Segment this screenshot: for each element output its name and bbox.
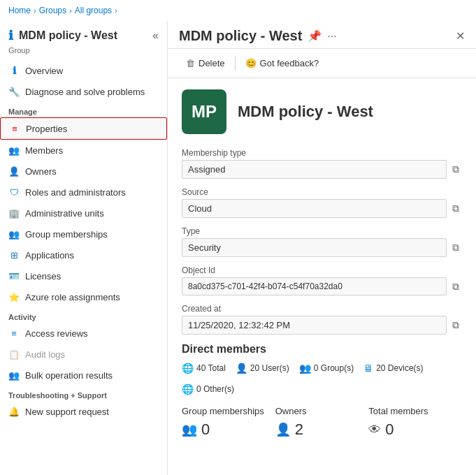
field-object-id-value: 8a0cd375-c701-42f4-b074-c54f70a32da0 [182, 277, 447, 295]
field-membership-type: Membership type Assigned ⧉ [182, 148, 462, 179]
dm-devices-icon: 🖥 [363, 363, 373, 374]
sidebar-overview-label: Overview [25, 66, 63, 76]
sidebar-item-owners[interactable]: 👤 Owners [0, 161, 167, 182]
field-membership-type-copy[interactable]: ⧉ [449, 162, 462, 177]
sidebar-group-memberships-label: Group memberships [25, 229, 108, 240]
dm-others: 🌐 0 Other(s) [182, 383, 234, 395]
dm-groups-label: 0 Group(s) [314, 363, 354, 373]
breadcrumb-sep-2: › [69, 6, 72, 15]
dm-devices: 🖥 20 Device(s) [363, 363, 423, 374]
stat-group-memberships: Group memberships 👥 0 [182, 406, 275, 439]
sidebar-item-audit-logs[interactable]: 📋 Audit logs [0, 344, 167, 365]
stat-group-memberships-label: Group memberships [182, 406, 275, 416]
field-created-at-value: 11/25/2020, 12:32:42 PM [182, 316, 447, 335]
sidebar-item-bulk-ops[interactable]: 👥 Bulk operation results [0, 365, 167, 386]
sidebar-applications-label: Applications [25, 250, 74, 261]
dm-users-icon: 👤 [236, 363, 247, 374]
breadcrumb-home[interactable]: Home [8, 6, 31, 15]
sidebar-licenses-label: Licenses [25, 271, 61, 282]
toolbar-divider [235, 57, 236, 71]
field-source-label: Source [182, 187, 462, 197]
feedback-icon: 😊 [245, 58, 257, 68]
sidebar-item-licenses[interactable]: 🪪 Licenses [0, 265, 167, 286]
dm-others-label: 0 Other(s) [196, 384, 234, 394]
sidebar-title: MDM policy - West [19, 29, 117, 42]
field-membership-type-label: Membership type [182, 148, 462, 158]
sidebar-item-group-memberships[interactable]: 👥 Group memberships [0, 224, 167, 244]
pin-btn[interactable]: 📌 [308, 29, 322, 43]
dots-btn[interactable]: ··· [327, 30, 336, 43]
sidebar-info-icon: ℹ [8, 28, 13, 43]
avatar-initials: MP [192, 102, 217, 122]
dm-groups-icon: 👥 [299, 363, 311, 374]
sidebar-item-diagnose[interactable]: 🔧 Diagnose and solve problems [0, 81, 167, 102]
sidebar-item-overview[interactable]: ℹ Overview [0, 60, 167, 81]
sidebar-section-activity: Activity [0, 307, 167, 323]
field-type: Type Security ⧉ [182, 226, 462, 257]
field-object-id-copy[interactable]: ⧉ [449, 279, 462, 294]
sidebar-roles-label: Roles and administrators [25, 187, 126, 198]
stat-owners-label: Owners [275, 406, 369, 416]
stat-owners-value: 2 [295, 421, 303, 439]
sidebar-bulk-ops-label: Bulk operation results [25, 370, 113, 381]
main-header: MDM policy - West 📌 ··· ✕ [168, 21, 476, 49]
bulk-icon: 👥 [8, 370, 20, 381]
breadcrumb: Home › Groups › All groups › [0, 0, 476, 21]
sidebar-item-members[interactable]: 👥 Members [0, 140, 167, 161]
feedback-button[interactable]: 😊 Got feedback? [238, 54, 326, 72]
field-created-at: Created at 11/25/2020, 12:32:42 PM ⧉ [182, 304, 462, 335]
field-created-at-copy[interactable]: ⧉ [449, 318, 462, 332]
support-icon: 🔔 [8, 406, 20, 417]
sidebar-audit-logs-label: Audit logs [25, 349, 65, 360]
sidebar-owners-label: Owners [25, 166, 57, 177]
group-icon: 👥 [8, 228, 20, 240]
delete-icon: 🗑 [186, 58, 195, 68]
sidebar-item-admin-units[interactable]: 🏢 Administrative units [0, 203, 167, 224]
field-source-value: Cloud [182, 199, 447, 218]
direct-members-row: 🌐 40 Total 👤 20 User(s) 👥 0 Group(s) 🖥 2… [182, 363, 462, 395]
main-content: MDM policy - West 📌 ··· ✕ 🗑 Delete 😊 Got… [168, 21, 476, 475]
breadcrumb-all-groups[interactable]: All groups [75, 6, 112, 15]
stat-owners-icon: 👤 [275, 422, 291, 437]
sidebar-item-azure-roles[interactable]: ⭐ Azure role assignments [0, 286, 167, 307]
wrench-icon: 🔧 [8, 86, 20, 97]
close-btn[interactable]: ✕ [456, 29, 465, 43]
stat-group-memberships-value: 0 [201, 421, 210, 439]
sidebar-item-support[interactable]: 🔔 New support request [0, 401, 167, 422]
sidebar-access-reviews-label: Access reviews [25, 328, 88, 339]
dm-total: 🌐 40 Total [182, 363, 226, 374]
field-object-id-label: Object Id [182, 265, 462, 275]
main-title: MDM policy - West [179, 28, 302, 44]
sidebar-item-properties[interactable]: ≡ Properties [0, 117, 167, 140]
shield-icon: 🛡 [8, 187, 20, 198]
sidebar-support-label: New support request [25, 407, 109, 417]
sidebar-item-applications[interactable]: ⊞ Applications [0, 244, 167, 265]
sidebar-subtitle: Group [0, 46, 167, 60]
dm-devices-label: 20 Device(s) [376, 363, 423, 373]
dm-total-label: 40 Total [196, 363, 226, 373]
stat-total-members-icon: 👁 [368, 423, 381, 437]
sidebar-properties-label: Properties [26, 124, 67, 134]
delete-label: Delete [199, 58, 225, 68]
sidebar-item-access-reviews[interactable]: ≡ Access reviews [0, 323, 167, 344]
info-icon: ℹ [8, 65, 20, 76]
stat-total-members: Total members 👁 0 [368, 406, 462, 439]
avatar: MP [182, 89, 226, 134]
license-icon: 🪪 [8, 270, 20, 282]
dm-users-label: 20 User(s) [250, 363, 289, 373]
field-object-id: Object Id 8a0cd375-c701-42f4-b074-c54f70… [182, 265, 462, 295]
sidebar-item-roles[interactable]: 🛡 Roles and administrators [0, 182, 167, 203]
sidebar-collapse-btn[interactable]: « [152, 29, 159, 42]
breadcrumb-sep-3: › [115, 6, 117, 15]
breadcrumb-groups[interactable]: Groups [39, 6, 66, 15]
field-type-copy[interactable]: ⧉ [449, 240, 462, 255]
direct-members-title: Direct members [182, 343, 462, 356]
feedback-label: Got feedback? [260, 58, 319, 68]
field-source-copy[interactable]: ⧉ [449, 201, 462, 216]
field-type-value: Security [182, 238, 447, 257]
dm-users: 👤 20 User(s) [236, 363, 289, 374]
delete-button[interactable]: 🗑 Delete [179, 54, 232, 72]
sidebar-azure-roles-label: Azure role assignments [25, 292, 120, 302]
field-created-at-label: Created at [182, 304, 462, 314]
sidebar-members-label: Members [25, 145, 63, 156]
